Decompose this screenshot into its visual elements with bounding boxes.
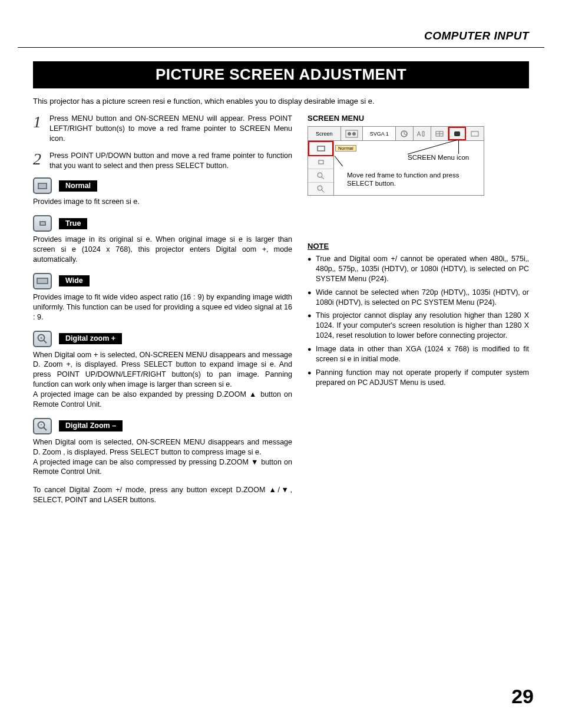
callout-move-frame: Move red frame to function and press SEL… bbox=[347, 171, 477, 188]
mode-desc: Provides image to fit screen si e. bbox=[33, 197, 292, 207]
note-item: ●Image data in other than XGA (1024 x 76… bbox=[308, 344, 529, 364]
svg-rect-17 bbox=[318, 146, 325, 151]
mode-wide: Wide Provides image to fit wide video as… bbox=[33, 273, 292, 322]
mode-desc-2: A projected image can be also expanded b… bbox=[33, 390, 292, 410]
menu-side-item bbox=[308, 169, 333, 183]
note-header: NOTE bbox=[308, 242, 529, 251]
svg-point-21 bbox=[318, 186, 322, 190]
note-item: ●Wide cannot be selected when 720p (HDTV… bbox=[308, 288, 529, 308]
svg-point-8 bbox=[352, 132, 356, 136]
step-1: 1 Press MENU button and ON-SCREEN MENU w… bbox=[33, 114, 292, 144]
normal-icon bbox=[33, 177, 52, 194]
svg-line-20 bbox=[322, 177, 324, 179]
svg-point-7 bbox=[348, 132, 351, 136]
zoom-plus-icon: + bbox=[33, 331, 52, 347]
menu-side-item bbox=[308, 183, 333, 196]
svg-line-1 bbox=[44, 340, 47, 343]
note-item: ●This projector cannot display any resol… bbox=[308, 311, 529, 341]
menu-side-item bbox=[308, 156, 333, 170]
svg-point-19 bbox=[318, 173, 322, 177]
document-page: COMPUTER INPUT PICTURE SCREEN ADJUSTMENT… bbox=[0, 0, 562, 728]
menu-side-normal: Normal bbox=[308, 141, 333, 156]
left-column: 1 Press MENU button and ON-SCREEN MENU w… bbox=[33, 114, 292, 505]
normal-tag: Normal bbox=[335, 145, 356, 151]
mode-dzoom-plus: + Digital zoom + When Digital oom + is s… bbox=[33, 331, 292, 410]
step-2: 2 Press POINT UP/DOWN button and move a … bbox=[33, 151, 292, 171]
mode-label-wide: Wide bbox=[59, 275, 90, 286]
menu-tab-svga: SVGA 1 bbox=[363, 127, 396, 140]
header-rule bbox=[18, 47, 544, 48]
mode-desc: Provides image in its original si e. Whe… bbox=[33, 235, 292, 265]
menu-tab-icon bbox=[431, 127, 449, 140]
intro-text: This projector has a picture screen resi… bbox=[33, 97, 529, 106]
step-text: Press POINT UP/DOWN button and move a re… bbox=[49, 151, 292, 171]
step-text: Press MENU button and ON-SCREEN MENU wil… bbox=[49, 114, 292, 144]
menu-tab-screen-icon bbox=[448, 127, 466, 140]
true-icon bbox=[33, 215, 52, 232]
svg-rect-15 bbox=[454, 131, 460, 136]
section-header: COMPUTER INPUT bbox=[33, 29, 529, 42]
right-column: SCREEN MENU Screen SVGA 1 bbox=[308, 114, 529, 505]
mode-desc: When Digital oom is selected, ON-SCREEN … bbox=[33, 437, 292, 457]
mode-label-dzminus: Digital Zoom – bbox=[59, 420, 123, 431]
wide-icon bbox=[33, 273, 52, 289]
menu-tab-screen: Screen bbox=[308, 127, 341, 140]
mode-label-normal: Normal bbox=[59, 180, 97, 192]
mode-desc: When Digital oom + is selected, ON-SCREE… bbox=[33, 350, 292, 390]
svg-rect-18 bbox=[319, 160, 323, 164]
svg-line-4 bbox=[44, 427, 47, 430]
step-number: 2 bbox=[33, 151, 49, 171]
menu-tab-icon bbox=[414, 127, 431, 140]
svg-rect-16 bbox=[471, 131, 478, 136]
page-number: 29 bbox=[511, 685, 534, 708]
menu-tab-icon bbox=[341, 127, 363, 140]
page-title: PICTURE SCREEN ADJUSTMENT bbox=[33, 61, 529, 88]
mode-desc: Provides image to fit wide video aspect … bbox=[33, 292, 292, 322]
svg-line-22 bbox=[322, 190, 324, 192]
menu-tab-icon bbox=[396, 127, 414, 140]
note-list: ●True and Digital oom +/ cannot be opera… bbox=[308, 254, 529, 388]
zoom-minus-icon: - bbox=[33, 418, 52, 434]
step-number: 1 bbox=[33, 114, 49, 144]
note-item: ●True and Digital oom +/ cannot be opera… bbox=[308, 254, 529, 284]
mode-true: True Provides image in its original si e… bbox=[33, 215, 292, 265]
callout-screen-icon: SCREEN Menu icon bbox=[408, 153, 469, 162]
svg-line-11 bbox=[404, 134, 406, 135]
svg-text:-: - bbox=[41, 421, 42, 427]
screen-menu-heading: SCREEN MENU bbox=[308, 114, 529, 123]
mode-label-true: True bbox=[59, 218, 87, 229]
mode-dzoom-minus: - Digital Zoom – When Digital oom is sel… bbox=[33, 418, 292, 477]
mode-desc-2: A projected image can be also compressed… bbox=[33, 457, 292, 477]
mode-label-dzplus: Digital zoom + bbox=[59, 333, 122, 344]
cancel-note: To cancel Digital Zoom +/ mode, press an… bbox=[33, 485, 292, 505]
mode-normal: Normal Provides image to fit screen si e… bbox=[33, 177, 292, 207]
note-item: ●Panning function may not operate proper… bbox=[308, 368, 529, 388]
svg-text:+: + bbox=[40, 335, 42, 340]
menu-tab-icon bbox=[466, 127, 484, 140]
